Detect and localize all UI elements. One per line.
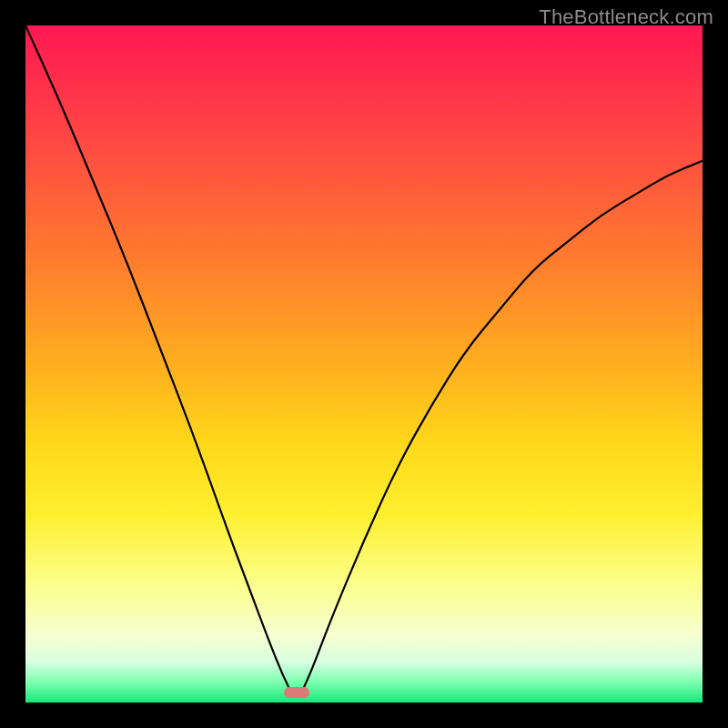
plot-area	[25, 25, 703, 703]
curve-path	[25, 25, 703, 696]
chart-frame: TheBottleneck.com	[0, 0, 728, 728]
bottleneck-curve	[25, 25, 703, 703]
min-marker	[284, 687, 309, 698]
